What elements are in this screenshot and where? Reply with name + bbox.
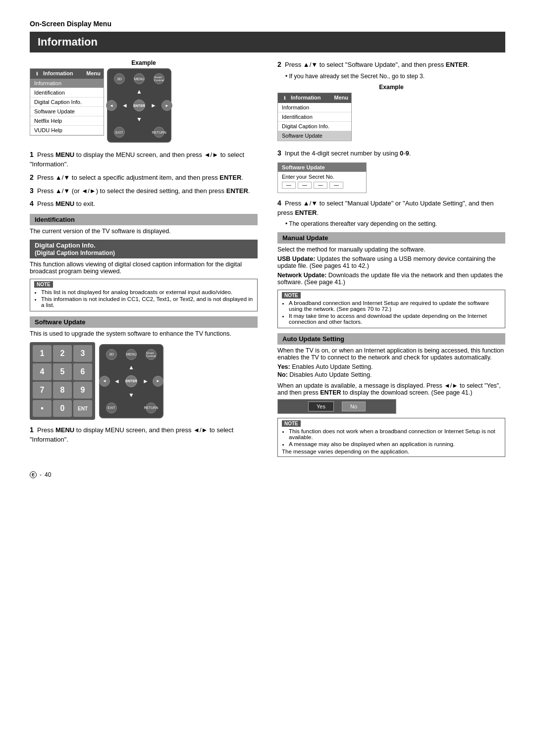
btn-enter[interactable]: ENTER: [133, 100, 145, 111]
btn-right-2[interactable]: ►: [153, 376, 163, 387]
digital-caption-note: NOTE This list is not displayed for anal…: [30, 279, 258, 311]
btn-exit[interactable]: EXIT: [114, 127, 125, 138]
key-7[interactable]: 7: [33, 382, 52, 399]
menu-item-dc-r[interactable]: Digital Caption Info.: [278, 122, 351, 131]
menu-label-left: Menu: [86, 70, 101, 77]
network-update-text: Network Update: Downloads the update fil…: [277, 272, 505, 286]
remote-control-2: 3D MENU Smart Central ◄ ▲ ▼ ◄ ► ENTER ►: [99, 344, 163, 418]
step3-left: 3 Press ▲/▼ (or ◄/►) to select the desir…: [30, 186, 258, 196]
btn-return[interactable]: RETURN: [154, 127, 164, 138]
step2-right-num: 2: [277, 60, 281, 68]
btn-3d[interactable]: 3D: [114, 73, 125, 84]
remote-dpad: ▲ ▼ ◄ ► ENTER: [122, 88, 157, 123]
key-6[interactable]: 6: [73, 363, 92, 380]
manual-note-2: It may take time to access and download …: [289, 313, 501, 325]
manual-note-1: A broadband connection and Internet Setu…: [289, 300, 501, 312]
step4-right: 4 Press ▲/▼ to select "Manual Update" or…: [277, 198, 505, 218]
btn-left-arrow[interactable]: ◄: [106, 100, 117, 111]
key-0[interactable]: 0: [53, 400, 72, 417]
key-5[interactable]: 5: [53, 363, 72, 380]
yesno-box: Yes No: [277, 399, 396, 414]
btn-right-arrow[interactable]: ►: [161, 100, 172, 111]
btn-3d-2[interactable]: 3D: [106, 349, 117, 360]
step3-num: 3: [30, 187, 34, 195]
menu-header-left: ℹ Information Menu: [30, 69, 104, 79]
menu-box-right: ℹ Information Menu Information Identific…: [277, 93, 352, 141]
manual-update-note-list: A broadband connection and Internet Setu…: [282, 300, 501, 325]
key-4[interactable]: 4: [33, 363, 52, 380]
key-8[interactable]: 8: [53, 382, 72, 399]
digital-caption-bar: Digital Caption Info.(Digital Caption In…: [30, 240, 258, 258]
dpad-right-2[interactable]: ►: [143, 378, 149, 385]
dash-4: —: [329, 182, 343, 189]
auto-no-text: No: Disables Auto Update Setting.: [277, 371, 505, 378]
remote-top-buttons: 3D MENU Smart Central: [111, 73, 167, 84]
menu-item-sw-r[interactable]: Software Update: [278, 131, 351, 141]
dpad-right[interactable]: ►: [151, 102, 157, 109]
manual-update-bar: Manual Update: [277, 232, 505, 244]
btn-menu[interactable]: MENU: [134, 73, 145, 84]
auto-note-2: A message may also be displayed when an …: [289, 441, 501, 447]
dpad-left[interactable]: ◄: [122, 102, 128, 109]
key-dot[interactable]: •: [33, 400, 52, 417]
btn-smart-central[interactable]: Smart Central: [154, 73, 164, 84]
auto-update-note: NOTE This function does not work when a …: [277, 418, 505, 457]
menu-box-left: ℹ Information Menu Information Identific…: [30, 68, 104, 136]
btn-left-2[interactable]: ◄: [99, 376, 110, 387]
btn-yes[interactable]: Yes: [308, 402, 334, 411]
dpad-down-2[interactable]: ▼: [128, 392, 134, 399]
btn-enter-2[interactable]: ENTER: [125, 375, 137, 387]
dash-2: —: [298, 182, 312, 189]
left-column: Example ℹ Information Menu Information I…: [30, 59, 258, 461]
btn-no[interactable]: No: [342, 402, 366, 411]
dpad-down[interactable]: ▼: [136, 116, 142, 123]
dash-1: —: [282, 182, 296, 189]
digital-caption-note-list: This list is not displayed for analog br…: [34, 289, 253, 308]
menu-label-right: Menu: [334, 95, 348, 101]
menu-item-identification[interactable]: Identification: [30, 88, 104, 98]
menu-item-vudu[interactable]: VUDU Help: [30, 126, 104, 135]
step3-right-num: 3: [277, 149, 281, 157]
auto-update-desc: When an update is available, a message i…: [277, 382, 505, 396]
step4-left: 4 Press MENU to exit.: [30, 199, 258, 209]
auto-update-text: When the TV is on, or when an Internet a…: [277, 347, 505, 361]
step3-right: 3 Input the 4-digit secret number by usi…: [277, 148, 505, 158]
footer-circle: E: [30, 471, 37, 478]
example-label-left: Example: [30, 59, 258, 66]
key-3[interactable]: 3: [73, 345, 92, 362]
btn-return-2[interactable]: RETURN: [146, 403, 157, 413]
btn-menu-2[interactable]: MENU: [126, 349, 137, 360]
btn-exit-2[interactable]: EXIT: [106, 403, 117, 413]
key-9[interactable]: 9: [73, 382, 92, 399]
menu-item-netflix[interactable]: Netflix Help: [30, 116, 104, 126]
right-column: 2 Press ▲/▼ to select "Software Update",…: [277, 59, 505, 461]
menu-item-digital-caption[interactable]: Digital Caption Info.: [30, 98, 104, 107]
manual-update-text: Select the method for manually updating …: [277, 246, 505, 253]
info-icon-left: ℹ: [33, 70, 40, 77]
usb-update-text: USB Update: Updates the software using a…: [277, 255, 505, 269]
key-ent[interactable]: ENT: [73, 400, 92, 417]
step4-right-num: 4: [277, 199, 281, 207]
menu-item-id-r[interactable]: Identification: [278, 112, 351, 122]
key-1[interactable]: 1: [33, 345, 52, 362]
btn-smart-2[interactable]: Smart Central: [146, 349, 157, 360]
identification-text: The current version of the TV software i…: [30, 228, 258, 235]
dpad-up[interactable]: ▲: [136, 88, 142, 95]
auto-note-3: The message varies depending on the appl…: [282, 449, 501, 454]
note-label-1: NOTE: [34, 281, 53, 288]
dpad-left-2[interactable]: ◄: [114, 378, 120, 385]
menu-item-info-r[interactable]: Information: [278, 103, 351, 112]
dpad-up-2[interactable]: ▲: [128, 364, 134, 371]
sw-update-body: Enter your Secret No. — — — —: [278, 172, 366, 193]
note-item-1: This list is not displayed for analog br…: [41, 289, 253, 295]
key-2[interactable]: 2: [53, 345, 72, 362]
on-screen-display-menu-label: On-Screen Display Menu: [30, 20, 505, 28]
menu-icon-right: ℹ Information: [281, 95, 321, 101]
auto-note-1: This function does not work when a broad…: [289, 428, 501, 440]
note-label-3: NOTE: [282, 420, 301, 427]
manual-update-note: NOTE A broadband connection and Internet…: [277, 290, 505, 328]
menu-item-software-update[interactable]: Software Update: [30, 107, 104, 116]
sw-update-title: Software Update: [278, 163, 366, 172]
footer-circle-num: E: [30, 471, 37, 478]
menu-item-information[interactable]: Information: [30, 79, 104, 88]
